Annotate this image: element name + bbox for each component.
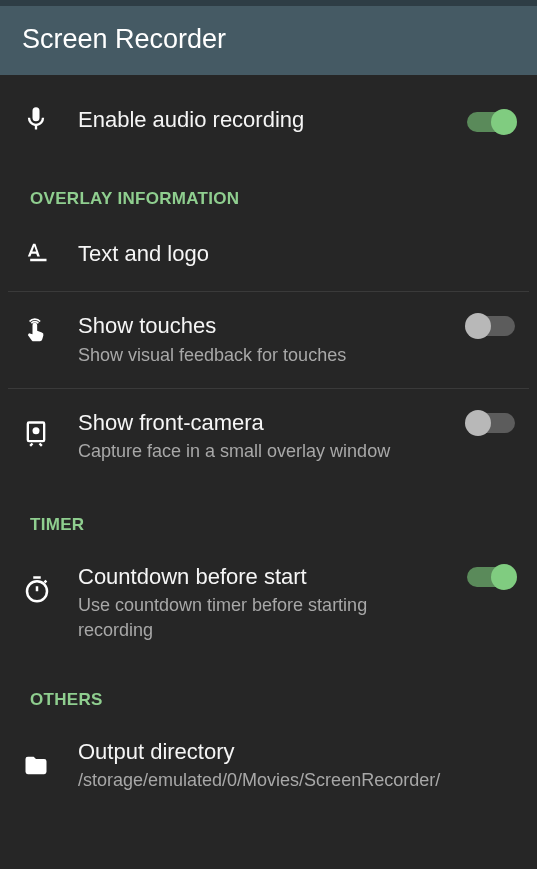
settings-list: Enable audio recording OVERLAY INFORMATI… [0, 75, 537, 813]
setting-title: Enable audio recording [78, 106, 443, 135]
folder-icon [22, 752, 50, 784]
setting-title: Countdown before start [78, 563, 443, 592]
setting-title: Show touches [78, 312, 443, 341]
setting-subtitle: Capture face in a small overlay window [78, 439, 443, 464]
audio-toggle[interactable] [467, 112, 515, 132]
text-format-icon [22, 239, 50, 271]
touches-toggle[interactable] [467, 316, 515, 336]
front-camera-toggle[interactable] [467, 413, 515, 433]
app-bar: Screen Recorder [0, 6, 537, 75]
page-title: Screen Recorder [22, 24, 515, 55]
section-header-overlay: OVERLAY INFORMATION [0, 165, 537, 217]
setting-subtitle: Show visual feedback for touches [78, 343, 443, 368]
setting-show-touches[interactable]: Show touches Show visual feedback for to… [0, 292, 537, 388]
mic-icon [22, 105, 50, 137]
timer-icon [22, 575, 52, 609]
setting-subtitle: Use countdown timer before starting reco… [78, 593, 443, 643]
setting-enable-audio[interactable]: Enable audio recording [0, 75, 537, 165]
setting-title: Output directory [78, 738, 503, 767]
section-header-others: OTHERS [0, 664, 537, 718]
setting-title: Text and logo [78, 240, 503, 269]
setting-text-logo[interactable]: Text and logo [0, 217, 537, 291]
countdown-toggle[interactable] [467, 567, 515, 587]
touch-icon [22, 318, 50, 350]
setting-front-camera[interactable]: Show front-camera Capture face in a smal… [0, 389, 537, 485]
front-camera-icon [22, 419, 50, 451]
setting-subtitle: /storage/emulated/0/Movies/ScreenRecorde… [78, 768, 503, 793]
setting-countdown[interactable]: Countdown before start Use countdown tim… [0, 543, 537, 664]
setting-title: Show front-camera [78, 409, 443, 438]
section-header-timer: TIMER [0, 485, 537, 543]
setting-output-directory[interactable]: Output directory /storage/emulated/0/Mov… [0, 718, 537, 814]
svg-point-1 [33, 427, 40, 434]
